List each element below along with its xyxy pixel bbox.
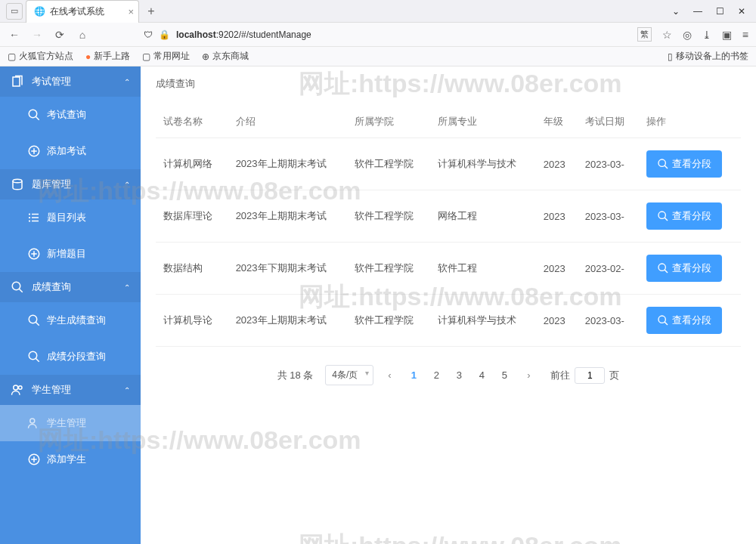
view-segment-button[interactable]: 查看分段 [646, 202, 722, 230]
sidebar-item-add-student[interactable]: 添加学生 [0, 441, 141, 478]
svg-point-5 [13, 179, 22, 183]
menu-icon[interactable]: ≡ [742, 29, 748, 41]
cell-grade: 2023 [536, 138, 578, 190]
sidebar-item-student-manage[interactable]: 学生管理 [0, 405, 141, 441]
home-button[interactable]: ⌂ [76, 28, 89, 42]
cell-college: 软件工程学院 [347, 190, 430, 243]
view-segment-button[interactable]: 查看分段 [646, 255, 722, 282]
url-bar[interactable]: 🛡 🔒 localhost:9202/#/studentManage [98, 29, 628, 40]
table-row: 数据库理论 2023年上期期末考试 软件工程学院 网络工程 2023 2023-… [156, 190, 741, 243]
back-button[interactable]: ← [8, 28, 21, 42]
cell-action: 查看分段 [639, 190, 741, 243]
new-tab-button[interactable]: + [142, 2, 160, 20]
search-icon [11, 280, 24, 294]
pagination-total: 共 18 条 [277, 369, 314, 382]
svg-point-22 [19, 386, 23, 390]
sidebar-item-question-list[interactable]: 题目列表 [0, 199, 141, 236]
cell-major: 软件工程 [430, 243, 536, 295]
tab-close-icon[interactable]: × [128, 6, 134, 17]
database-icon [11, 178, 24, 191]
cell-intro: 2023年上期期末考试 [228, 295, 347, 347]
sidebar-item-student-score[interactable]: 学生成绩查询 [0, 302, 141, 338]
svg-point-17 [29, 315, 37, 323]
plus-circle-icon [27, 247, 41, 261]
bookmark-item[interactable]: ▢火狐官方站点 [8, 50, 73, 63]
plus-circle-icon [27, 144, 41, 158]
col-grade: 年级 [536, 106, 578, 138]
cell-date: 2023-02- [578, 243, 639, 295]
sidebar-item-add-question[interactable]: 新增题目 [0, 236, 141, 272]
page-4[interactable]: 4 [473, 369, 490, 381]
download-icon[interactable]: ⤓ [702, 29, 711, 41]
translate-icon[interactable]: 繁 [637, 27, 652, 42]
goto-page-input[interactable] [575, 367, 605, 384]
menu-group-question[interactable]: 题库管理 ⌃ [0, 169, 141, 199]
reload-button[interactable]: ⟳ [53, 28, 67, 42]
page-1[interactable]: 1 [405, 369, 422, 381]
cell-intro: 2023年下期期末考试 [228, 243, 347, 295]
table-row: 计算机导论 2023年上期期末考试 软件工程学院 计算机科学与技术 2023 2… [156, 295, 741, 347]
window-minimize-icon[interactable]: — [693, 6, 702, 17]
folder-icon: ▢ [8, 51, 16, 62]
main-content: 成绩查询 试卷名称 介绍 所属学院 所属专业 年级 考试日期 操作 计算机网络 … [141, 66, 756, 544]
menu-group-exam[interactable]: 考试管理 ⌃ [0, 66, 141, 97]
browser-tab-strip: ▭ 🌐 在线考试系统 × + ⌄ — ☐ ✕ [0, 0, 756, 23]
next-page-button[interactable]: › [519, 366, 538, 385]
cell-major: 计算机科学与技术 [430, 138, 536, 190]
mobile-bookmarks[interactable]: ▯移动设备上的书签 [668, 50, 748, 63]
svg-point-23 [30, 419, 35, 423]
users-icon [27, 416, 41, 430]
forward-button[interactable]: → [30, 28, 44, 42]
tab-list-icon[interactable]: ▭ [6, 3, 23, 20]
sidebar-item-exam-query[interactable]: 考试查询 [0, 97, 141, 133]
cell-college: 软件工程学院 [347, 295, 430, 347]
cell-date: 2023-03- [578, 138, 639, 190]
page-2[interactable]: 2 [428, 369, 445, 381]
bookmark-item[interactable]: ●新手上路 [85, 50, 130, 63]
page-3[interactable]: 3 [451, 369, 467, 381]
bookmark-item[interactable]: ▢常用网址 [142, 50, 190, 63]
menu-group-score[interactable]: 成绩查询 ⌃ [0, 272, 141, 302]
table-row: 数据结构 2023年下期期末考试 软件工程学院 软件工程 2023 2023-0… [156, 243, 741, 295]
list-icon [27, 211, 41, 224]
chevron-down-icon[interactable]: ⌄ [672, 6, 680, 17]
bookmark-item[interactable]: ⊕京东商城 [202, 50, 249, 63]
prev-page-button[interactable]: ‹ [380, 366, 399, 385]
cell-intro: 2023年上期期末考试 [228, 190, 347, 243]
bookmark-star-icon[interactable]: ☆ [662, 29, 672, 41]
cell-name: 数据结构 [156, 243, 228, 295]
browser-tab-active[interactable]: 🌐 在线考试系统 × [26, 0, 139, 23]
browser-navbar: ← → ⟳ ⌂ 🛡 🔒 localhost:9202/#/studentMana… [0, 23, 756, 47]
account-icon[interactable]: ◎ [683, 29, 692, 41]
firefox-icon: ● [85, 51, 91, 62]
plus-circle-icon [27, 453, 41, 466]
view-segment-button[interactable]: 查看分段 [646, 307, 722, 334]
sidebar: 考试管理 ⌃ 考试查询 添加考试 题库管理 ⌃ 题目列表 [0, 66, 141, 544]
chevron-up-icon: ⌃ [124, 386, 130, 394]
extensions-icon[interactable]: ▣ [722, 29, 732, 41]
window-close-icon[interactable]: ✕ [738, 6, 745, 17]
mobile-icon: ▯ [668, 51, 673, 62]
col-intro: 介绍 [228, 106, 347, 138]
svg-point-33 [658, 316, 665, 323]
pagination: 共 18 条 4条/页 ‹ 1 2 3 4 5 › 前往 页 [156, 365, 741, 385]
page-size-select[interactable]: 4条/页 [325, 365, 373, 385]
search-icon [27, 314, 41, 327]
cell-college: 软件工程学院 [347, 243, 430, 295]
svg-line-1 [36, 116, 39, 120]
view-segment-button[interactable]: 查看分段 [646, 150, 722, 178]
svg-point-10 [29, 217, 30, 218]
window-maximize-icon[interactable]: ☐ [716, 6, 724, 17]
sidebar-item-score-range[interactable]: 成绩分段查询 [0, 338, 141, 375]
svg-line-34 [665, 322, 668, 325]
menu-group-student[interactable]: 学生管理 ⌃ [0, 375, 141, 405]
col-college: 所属学院 [347, 106, 430, 138]
search-icon [657, 158, 669, 170]
sidebar-item-add-exam[interactable]: 添加考试 [0, 133, 141, 169]
cell-action: 查看分段 [639, 243, 741, 295]
folder-icon: ▢ [142, 51, 150, 62]
cell-intro: 2023年上期期末考试 [228, 138, 347, 190]
cell-name: 数据库理论 [156, 190, 228, 243]
page-5[interactable]: 5 [496, 369, 513, 381]
bookmark-bar: ▢火狐官方站点 ●新手上路 ▢常用网址 ⊕京东商城 ▯移动设备上的书签 [0, 47, 756, 66]
